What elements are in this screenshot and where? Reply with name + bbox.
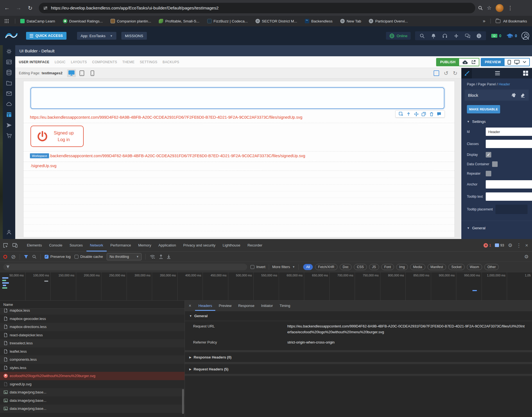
- request-row[interactable]: ecofood%20logo%20without%20menu%20burger…: [0, 372, 185, 380]
- close-details-icon[interactable]: ×: [189, 303, 191, 308]
- bookmarks-overflow-icon[interactable]: »: [483, 18, 485, 24]
- inspect-element-icon[interactable]: [3, 243, 8, 248]
- request-row[interactable]: mapbox-geocoder.less: [0, 315, 185, 323]
- add-component-icon[interactable]: [399, 112, 403, 116]
- issues-count[interactable]: 93: [495, 243, 504, 247]
- device-toolbar-icon[interactable]: [12, 243, 18, 248]
- filter-pill[interactable]: Manifest: [428, 264, 446, 270]
- request-row[interactable]: leaflet.less: [0, 347, 185, 356]
- forward-button[interactable]: →: [14, 3, 23, 13]
- bookmark-item[interactable]: Participant Overvi...: [369, 19, 408, 23]
- publish-cloud-icon[interactable]: [462, 60, 468, 64]
- integrations-icon[interactable]: [454, 33, 459, 39]
- selected-header-block[interactable]: [30, 87, 444, 109]
- builder-tab[interactable]: BACKUPS: [163, 60, 179, 64]
- repeater-checkbox[interactable]: [486, 171, 491, 176]
- image-url-text-2[interactable]: .backendlessappcontent.com/999D4F62-8A9B…: [49, 154, 305, 158]
- clear-network-log-icon[interactable]: ⊘: [11, 254, 16, 260]
- billing-counter[interactable]: 0: [491, 34, 501, 38]
- publish-send-icon[interactable]: [6, 122, 12, 128]
- bookmark-item[interactable]: New Tab: [340, 19, 361, 23]
- general-section-header[interactable]: ▼ General: [185, 311, 532, 321]
- browser-menu-icon[interactable]: ⋮: [508, 5, 513, 11]
- address-bar[interactable]: [39, 3, 475, 13]
- back-button[interactable]: ←: [2, 3, 12, 13]
- canvas-select-mode-icon[interactable]: [434, 70, 439, 76]
- console-error-count[interactable]: × 1: [484, 243, 491, 248]
- name-column-header[interactable]: Name: [0, 301, 185, 309]
- preserve-log-checkbox[interactable]: Preserve log: [45, 255, 71, 259]
- theme-brush-icon[interactable]: [461, 68, 472, 78]
- preview-chevron-icon[interactable]: [523, 61, 526, 63]
- database-icon[interactable]: [6, 70, 12, 75]
- builder-tab[interactable]: THEME: [122, 60, 135, 64]
- bookmark-item[interactable]: Download Ratings...: [63, 19, 103, 23]
- layout-grid-icon[interactable]: [523, 71, 528, 76]
- browser-profile-avatar[interactable]: [495, 4, 504, 12]
- devtools-tab[interactable]: Privacy and security: [180, 239, 219, 251]
- classes-input[interactable]: [486, 140, 532, 148]
- request-row[interactable]: treeselect.less: [0, 339, 185, 347]
- bookmark-item[interactable]: Companion plantin...: [111, 19, 151, 23]
- image-path-text[interactable]: /signedUp.svg: [31, 164, 57, 168]
- devtools-tab[interactable]: Memory: [135, 239, 155, 251]
- filter-pill[interactable]: Wasm: [467, 264, 482, 270]
- select-parent-icon[interactable]: [406, 112, 411, 116]
- marketplace-cart-icon[interactable]: [6, 133, 12, 139]
- filter-funnel-icon[interactable]: [24, 255, 28, 259]
- filter-pill[interactable]: Fetch/XHR: [315, 264, 337, 270]
- network-conditions-icon[interactable]: [150, 254, 155, 259]
- builder-tab[interactable]: COMPONENTS: [92, 60, 117, 64]
- devtools-settings-gear-icon[interactable]: ⚙: [508, 243, 512, 248]
- devtools-tab[interactable]: Application: [155, 239, 180, 251]
- devtools-close-icon[interactable]: ×: [525, 243, 528, 248]
- app-settings-icon[interactable]: [6, 49, 12, 54]
- preview-button[interactable]: PREVIEW: [481, 59, 505, 66]
- reload-button[interactable]: ↻: [25, 3, 35, 13]
- filter-pill[interactable]: Doc: [340, 264, 352, 270]
- learning-counter[interactable]: 0: [506, 33, 517, 38]
- backendless-logo[interactable]: [5, 32, 18, 39]
- bookmark-item[interactable]: Backendless: [305, 19, 332, 23]
- open-published-icon[interactable]: [471, 60, 476, 64]
- throttling-select[interactable]: No throttling ▼: [107, 253, 142, 260]
- notifications-bell-icon[interactable]: [431, 33, 436, 39]
- preview-mobile-icon[interactable]: [508, 60, 511, 65]
- devtools-tab[interactable]: Lighthouse: [219, 239, 244, 251]
- anchor-input[interactable]: [486, 180, 532, 189]
- phone-view-button[interactable]: [88, 69, 97, 77]
- bookmark-star-icon[interactable]: ☆: [487, 5, 492, 11]
- puzzle-icon[interactable]: [511, 93, 517, 98]
- builder-tab[interactable]: USER INTERFACE: [19, 60, 49, 64]
- devtools-tab[interactable]: Performance: [107, 239, 134, 251]
- eraser-icon[interactable]: [520, 93, 525, 98]
- account-avatar-icon[interactable]: [521, 32, 529, 40]
- filter-input[interactable]: [3, 264, 247, 270]
- comment-icon[interactable]: [437, 112, 441, 116]
- invert-checkbox[interactable]: Invert: [250, 265, 265, 269]
- settings-section-header[interactable]: ▼ Settings: [461, 119, 532, 124]
- request-row[interactable]: components.less: [0, 355, 185, 364]
- network-search-icon[interactable]: [32, 255, 37, 259]
- response-headers-section[interactable]: ▶ Response Headers (0): [185, 352, 532, 362]
- record-network-log-icon[interactable]: [3, 255, 7, 259]
- messaging-icon[interactable]: [6, 91, 12, 96]
- request-row[interactable]: data:image/png;base...: [0, 388, 185, 396]
- request-row[interactable]: data:image/png;base...: [0, 405, 185, 413]
- devtools-tab[interactable]: Console: [45, 239, 66, 251]
- tooltip-placement-select[interactable]: [495, 205, 528, 214]
- filter-pill[interactable]: Socket: [448, 264, 465, 270]
- bookmark-item[interactable]: Profitable, Small-S...: [159, 19, 199, 23]
- delete-icon[interactable]: [429, 112, 434, 116]
- desktop-view-button[interactable]: [67, 69, 76, 77]
- builder-tab[interactable]: LAYOUTS: [71, 60, 87, 64]
- network-settings-gear-icon[interactable]: ⚙: [524, 254, 529, 259]
- signup-login-button[interactable]: Signed up Log in: [30, 126, 84, 147]
- make-reusable-button[interactable]: MAKE REUSABLE: [467, 105, 500, 113]
- redo-icon[interactable]: ↻: [453, 70, 457, 76]
- duplicate-icon[interactable]: [421, 112, 426, 116]
- request-row[interactable]: signedUp.svg: [0, 380, 185, 388]
- request-url-value[interactable]: https://eu.backendlessappcontent.com/999…: [287, 323, 526, 335]
- request-row[interactable]: styles.less: [0, 364, 185, 372]
- details-tab[interactable]: Headers: [195, 301, 215, 311]
